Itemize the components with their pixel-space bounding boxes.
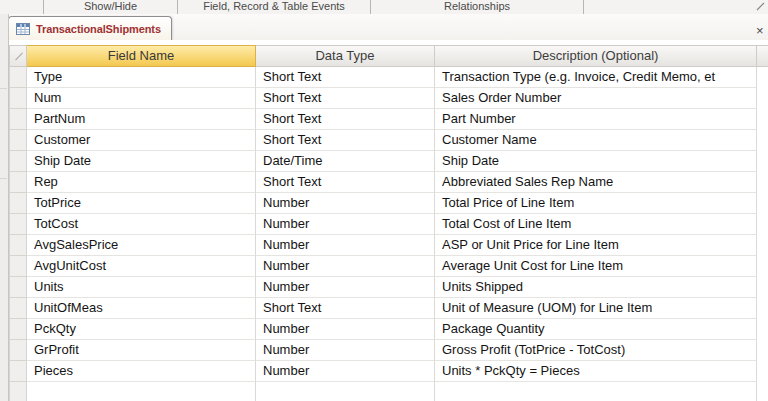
row-selector[interactable] <box>9 172 27 193</box>
field-row: Num Short Text Sales Order Number <box>9 88 757 109</box>
ribbon-group-show-hide[interactable]: Show/Hide <box>43 0 177 14</box>
row-selector[interactable] <box>9 130 27 151</box>
data-type-cell[interactable]: Number <box>256 277 435 298</box>
ribbon-group-relationships[interactable]: Relationships <box>370 0 583 14</box>
description-cell[interactable]: Total Price of Line Item <box>435 193 757 214</box>
row-selector[interactable] <box>9 361 27 382</box>
data-type-cell[interactable]: Short Text <box>256 109 435 130</box>
field-name-cell[interactable] <box>27 382 256 401</box>
description-cell[interactable]: Customer Name <box>435 130 757 151</box>
field-name-cell[interactable]: PartNum <box>27 109 256 130</box>
description-cell[interactable]: Total Cost of Line Item <box>435 214 757 235</box>
row-selector[interactable] <box>9 298 27 319</box>
row-selector[interactable] <box>9 277 27 298</box>
field-row: PckQty Number Package Quantity <box>9 319 757 340</box>
diagonal-mark-icon <box>15 53 23 61</box>
data-type-cell[interactable]: Number <box>256 319 435 340</box>
close-tab-icon[interactable]: × <box>756 24 768 37</box>
field-rows: Type Short Text Transaction Type (e.g. I… <box>9 67 757 401</box>
row-selector[interactable] <box>9 319 27 340</box>
field-row: AvgSalesPrice Number ASP or Unit Price f… <box>9 235 757 256</box>
table-design-grid: Field Name Data Type Description (Option… <box>9 40 768 401</box>
description-cell[interactable]: Gross Profit (TotPrice - TotCost) <box>435 340 757 361</box>
field-name-cell[interactable]: Num <box>27 88 256 109</box>
description-cell[interactable]: ASP or Unit Price for Line Item <box>435 235 757 256</box>
description-cell[interactable]: Units Shipped <box>435 277 757 298</box>
field-name-cell[interactable]: AvgUnitCost <box>27 256 256 277</box>
ribbon-group-field-record-table-events[interactable]: Field, Record & Table Events <box>177 0 370 14</box>
field-row: UnitOfMeas Short Text Unit of Measure (U… <box>9 298 757 319</box>
row-selector[interactable] <box>9 67 27 88</box>
field-row: AvgUnitCost Number Average Unit Cost for… <box>9 256 757 277</box>
row-selector[interactable] <box>9 256 27 277</box>
data-type-cell[interactable]: Date/Time <box>256 151 435 172</box>
tab-transactionalshipments[interactable]: TransactionalShipments <box>8 16 172 40</box>
dialog-launcher-icon <box>756 2 765 11</box>
data-type-cell[interactable]: Number <box>256 361 435 382</box>
description-cell[interactable]: Average Unit Cost for Line Item <box>435 256 757 277</box>
field-name-cell[interactable]: AvgSalesPrice <box>27 235 256 256</box>
field-name-cell[interactable]: Rep <box>27 172 256 193</box>
field-row: Units Number Units Shipped <box>9 277 757 298</box>
column-header-data-type[interactable]: Data Type <box>256 45 435 67</box>
field-row: Customer Short Text Customer Name <box>9 130 757 151</box>
row-selector[interactable] <box>9 340 27 361</box>
document-tab-bar: TransactionalShipments × <box>0 14 768 40</box>
field-name-cell[interactable]: Ship Date <box>27 151 256 172</box>
grid-header-row: Field Name Data Type Description (Option… <box>9 45 768 67</box>
left-edge-strip <box>0 14 9 401</box>
ribbon-group-labels: Show/Hide Field, Record & Table Events R… <box>0 0 768 15</box>
data-type-cell[interactable]: Short Text <box>256 130 435 151</box>
field-name-cell[interactable]: TotPrice <box>27 193 256 214</box>
data-type-cell[interactable]: Number <box>256 256 435 277</box>
description-cell[interactable]: Sales Order Number <box>435 88 757 109</box>
table-icon <box>16 23 30 35</box>
data-type-cell[interactable]: Number <box>256 340 435 361</box>
ribbon-spacer-end <box>583 0 768 14</box>
ribbon-spacer <box>0 0 43 14</box>
data-type-cell[interactable]: Number <box>256 193 435 214</box>
field-name-cell[interactable]: Type <box>27 67 256 88</box>
access-table-design-view: Show/Hide Field, Record & Table Events R… <box>0 0 768 401</box>
tab-label: TransactionalShipments <box>36 23 161 35</box>
row-selector[interactable] <box>9 151 27 172</box>
data-type-cell[interactable]: Number <box>256 235 435 256</box>
field-name-cell[interactable]: Customer <box>27 130 256 151</box>
row-selector[interactable] <box>9 214 27 235</box>
field-row: Pieces Number Units * PckQty = Pieces <box>9 361 757 382</box>
data-type-cell[interactable]: Short Text <box>256 172 435 193</box>
field-name-cell[interactable]: Units <box>27 277 256 298</box>
data-type-cell[interactable]: Short Text <box>256 67 435 88</box>
field-name-cell[interactable]: TotCost <box>27 214 256 235</box>
data-type-cell[interactable]: Short Text <box>256 298 435 319</box>
row-selector[interactable] <box>9 235 27 256</box>
description-cell[interactable]: Transaction Type (e.g. Invoice, Credit M… <box>435 67 757 88</box>
field-row: Ship Date Date/Time Ship Date <box>9 151 757 172</box>
data-type-cell[interactable] <box>256 382 435 401</box>
description-cell[interactable]: Part Number <box>435 109 757 130</box>
description-cell[interactable]: Units * PckQty = Pieces <box>435 361 757 382</box>
description-cell[interactable]: Unit of Measure (UOM) for Line Item <box>435 298 757 319</box>
description-cell[interactable] <box>435 382 757 401</box>
row-selector[interactable] <box>9 193 27 214</box>
row-selector[interactable] <box>9 382 27 401</box>
row-selector-header[interactable] <box>9 45 27 67</box>
column-header-field-name[interactable]: Field Name <box>27 45 256 67</box>
field-name-cell[interactable]: Pieces <box>27 361 256 382</box>
field-name-cell[interactable]: GrProfit <box>27 340 256 361</box>
description-cell[interactable]: Package Quantity <box>435 319 757 340</box>
row-selector[interactable] <box>9 88 27 109</box>
row-selector[interactable] <box>9 109 27 130</box>
empty-field-row <box>9 382 757 401</box>
data-type-cell[interactable]: Short Text <box>256 88 435 109</box>
field-row: Type Short Text Transaction Type (e.g. I… <box>9 67 757 88</box>
column-header-description[interactable]: Description (Optional) <box>435 45 757 67</box>
header-filler <box>757 45 768 67</box>
field-row: PartNum Short Text Part Number <box>9 109 757 130</box>
data-type-cell[interactable]: Number <box>256 214 435 235</box>
field-name-cell[interactable]: PckQty <box>27 319 256 340</box>
field-name-cell[interactable]: UnitOfMeas <box>27 298 256 319</box>
field-row: TotPrice Number Total Price of Line Item <box>9 193 757 214</box>
description-cell[interactable]: Ship Date <box>435 151 757 172</box>
description-cell[interactable]: Abbreviated Sales Rep Name <box>435 172 757 193</box>
